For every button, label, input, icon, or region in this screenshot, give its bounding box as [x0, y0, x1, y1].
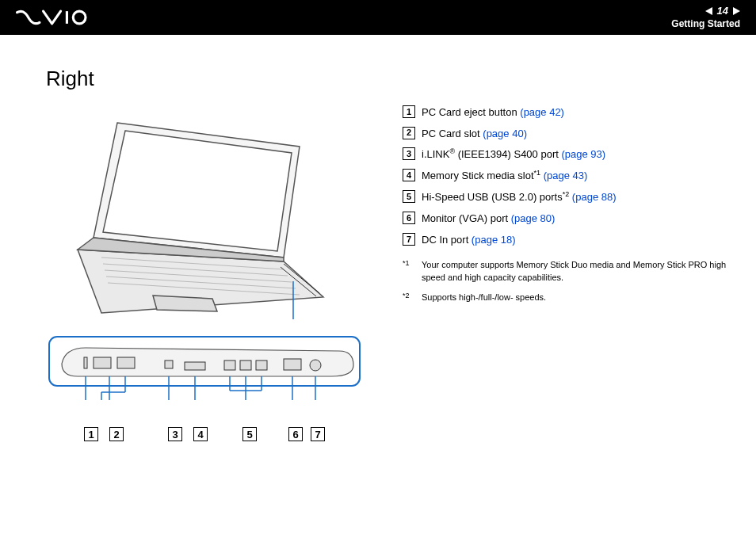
- svg-rect-20: [185, 362, 205, 370]
- section-label: Getting Started: [671, 18, 740, 31]
- footnote-mark: *1: [403, 258, 414, 284]
- vaio-logo: [16, 9, 90, 26]
- callout-6: 6: [288, 427, 303, 441]
- svg-rect-16: [84, 357, 87, 368]
- svg-marker-3: [103, 131, 292, 251]
- item-row-3: 3 i.LINK® (IEEE1394) S400 port (page 93): [403, 145, 735, 165]
- right-column: 1 PC Card eject button (page 42) 2 PC Ca…: [403, 67, 735, 441]
- item-num: 4: [403, 169, 415, 181]
- footnotes: *1 Your computer supports Memory Stick D…: [403, 258, 735, 304]
- item-text: i.LINK® (IEEE1394) S400 port (page 93): [422, 145, 605, 165]
- svg-rect-0: [66, 11, 68, 24]
- page-title: Right: [46, 67, 379, 91]
- page-link[interactable]: (page 93): [561, 149, 605, 161]
- item-label: Monitor (VGA) port: [422, 212, 511, 224]
- item-row-7: 7 DC In port (page 18): [403, 231, 735, 250]
- vaio-logo-svg: [16, 9, 90, 26]
- item-row-6: 6 Monitor (VGA) port (page 80): [403, 209, 735, 229]
- page-link[interactable]: (page 40): [483, 128, 527, 139]
- content-area: Right: [0, 35, 756, 457]
- item-num: 5: [403, 190, 415, 203]
- svg-point-25: [310, 360, 321, 371]
- callout-7: 7: [311, 427, 325, 441]
- svg-rect-19: [165, 360, 173, 368]
- footnote-1: *1 Your computer supports Memory Stick D…: [403, 258, 735, 284]
- next-page-arrow-icon[interactable]: [733, 7, 740, 15]
- item-row-1: 1 PC Card eject button (page 42): [403, 103, 735, 123]
- page-number: 14: [717, 5, 728, 18]
- item-label: Hi-Speed USB (USB 2.0) ports: [422, 192, 563, 204]
- footnote-2: *2 Supports high-/full-/low- speeds.: [403, 291, 735, 304]
- item-text: DC In port (page 18): [422, 231, 516, 250]
- item-num: 6: [403, 212, 415, 224]
- item-text: Hi-Speed USB (USB 2.0) ports*2 (page 88): [422, 188, 617, 208]
- illustration-wrap: 1 2 3 4 5 6 7: [46, 115, 379, 441]
- header-bar: 14 Getting Started: [0, 0, 756, 35]
- item-label: PC Card slot: [422, 128, 483, 139]
- svg-rect-17: [94, 357, 111, 368]
- item-label: PC Card eject button: [422, 106, 520, 118]
- page-link[interactable]: (page 80): [511, 212, 556, 224]
- callout-3: 3: [168, 427, 182, 441]
- page-link[interactable]: (page 43): [540, 170, 587, 182]
- callout-numbers-row: 1 2 3 4 5 6 7: [46, 424, 379, 441]
- page-nav: 14: [705, 5, 740, 18]
- item-text: Monitor (VGA) port (page 80): [422, 209, 555, 229]
- item-row-5: 5 Hi-Speed USB (USB 2.0) ports*2 (page 8…: [403, 188, 735, 208]
- callout-2: 2: [109, 427, 124, 441]
- item-label-pre: i.LINK: [422, 149, 449, 161]
- item-label: Memory Stick media slot: [422, 170, 534, 182]
- item-text: PC Card eject button (page 42): [422, 103, 564, 123]
- footnote-ref: *2: [563, 190, 570, 198]
- item-row-4: 4 Memory Stick media slot*1 (page 43): [403, 166, 735, 186]
- item-row-2: 2 PC Card slot (page 40): [403, 124, 735, 144]
- footnote-ref: *1: [534, 169, 541, 177]
- header-right: 14 Getting Started: [671, 5, 740, 30]
- item-label-post: (IEEE1394) S400 port: [455, 149, 561, 161]
- item-num: 3: [403, 147, 415, 160]
- svg-rect-21: [224, 360, 235, 370]
- svg-point-1: [73, 11, 86, 24]
- item-num: 7: [403, 233, 415, 246]
- callout-5: 5: [242, 427, 257, 441]
- item-text: Memory Stick media slot*1 (page 43): [422, 166, 587, 186]
- svg-rect-24: [284, 359, 301, 370]
- svg-rect-22: [240, 360, 251, 370]
- callout-4: 4: [193, 427, 208, 441]
- footnote-text: Your computer supports Memory Stick Duo …: [422, 258, 735, 284]
- side-view-illustration: [46, 334, 363, 421]
- page-link[interactable]: (page 42): [520, 106, 564, 118]
- svg-rect-18: [117, 357, 135, 368]
- item-text: PC Card slot (page 40): [422, 124, 527, 144]
- left-column: Right: [46, 67, 379, 441]
- item-label: DC In port: [422, 234, 472, 246]
- footnote-text: Supports high-/full-/low- speeds.: [422, 291, 546, 304]
- page-link[interactable]: (page 88): [569, 192, 616, 204]
- item-num: 1: [403, 105, 415, 118]
- laptop-illustration: [46, 115, 347, 321]
- callout-1: 1: [84, 427, 98, 441]
- svg-marker-11: [153, 296, 217, 311]
- prev-page-arrow-icon[interactable]: [705, 7, 712, 15]
- footnote-mark: *2: [403, 291, 414, 304]
- page-link[interactable]: (page 18): [472, 234, 516, 246]
- item-num: 2: [403, 127, 415, 139]
- svg-rect-23: [256, 360, 267, 370]
